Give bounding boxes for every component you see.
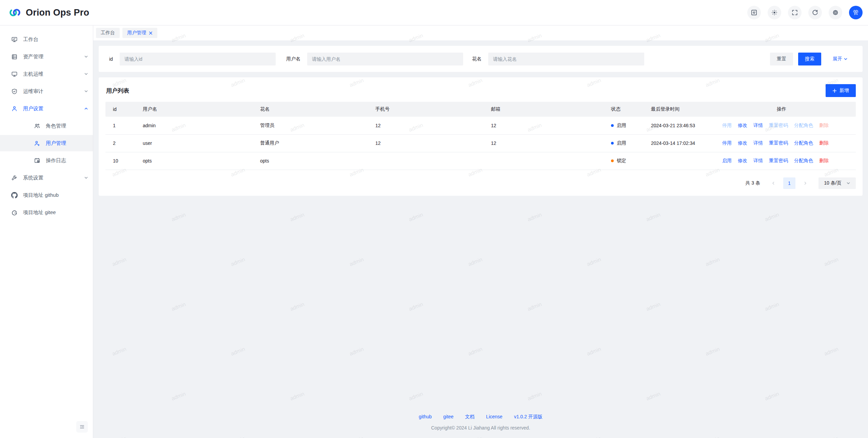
sidebar-item-label: 用户管理	[46, 140, 88, 147]
mobile-cell: 12	[368, 117, 484, 134]
action-link[interactable]: 分配角色	[794, 140, 813, 146]
next-page-button[interactable]	[800, 177, 810, 189]
tab-workbench[interactable]: 工作台	[96, 28, 120, 38]
sidebar-item-role-management[interactable]: 角色管理	[0, 118, 93, 134]
page-footer: github gitee 文档 License v1.0.2 开源版 Copyr…	[99, 414, 863, 433]
page-size-select[interactable]: 10 条/页	[818, 177, 856, 189]
sidebar-item-audit[interactable]: 运维审计	[0, 83, 93, 99]
expand-label: 展开	[833, 56, 842, 62]
search-field-username: 用户名	[286, 53, 463, 65]
footer-link-version[interactable]: v1.0.2 开源版	[514, 414, 542, 420]
actions-cell: 停用修改详情重置密码分配角色删除	[717, 117, 856, 134]
add-user-button[interactable]: 新增	[826, 84, 856, 97]
expand-toggle[interactable]: 展开	[833, 56, 848, 62]
footer-link-github[interactable]: github	[419, 414, 432, 420]
prev-page-button[interactable]	[768, 177, 778, 189]
sidebar-item-gitee[interactable]: 项目地址 gitee	[0, 204, 93, 221]
code-icon-button[interactable]	[747, 6, 761, 19]
id-input[interactable]	[120, 53, 276, 65]
sidebar-item-github[interactable]: 项目地址 github	[0, 187, 93, 203]
main-content: 工作台 用户管理 id 用户名	[93, 25, 868, 438]
fullscreen-button[interactable]	[788, 6, 802, 19]
app-logo[interactable]: Orion Ops Pro	[8, 6, 89, 19]
username-input[interactable]	[307, 53, 463, 65]
tab-user-management[interactable]: 用户管理	[122, 28, 157, 38]
column-header: id	[105, 102, 135, 117]
close-icon[interactable]	[149, 31, 153, 35]
workbench-monitor-icon	[11, 36, 18, 43]
footer-link-license[interactable]: License	[486, 414, 502, 420]
search-actions: 重置 搜索 展开	[770, 53, 848, 65]
id-cell: 1	[105, 117, 135, 134]
sidebar-item-label: 操作日志	[46, 157, 88, 164]
sidebar-item-label: 项目地址 gitee	[23, 209, 88, 216]
sidebar-item-user-settings[interactable]: 用户设置	[0, 100, 93, 117]
refresh-icon	[812, 9, 818, 16]
refresh-button[interactable]	[808, 6, 822, 19]
nickname-input[interactable]	[488, 53, 644, 65]
reset-button[interactable]: 重置	[770, 53, 793, 65]
action-link[interactable]: 详情	[753, 140, 763, 146]
action-link[interactable]: 删除	[819, 158, 829, 164]
action-link[interactable]: 修改	[738, 158, 747, 164]
nickname-cell: 普通用户	[253, 134, 368, 152]
user-avatar[interactable]: 管	[849, 6, 863, 19]
sidebar-item-assets[interactable]: 资产管理	[0, 49, 93, 65]
sidebar-item-user-management[interactable]: 用户管理	[0, 135, 93, 151]
card-header: 用户列表 新增	[105, 83, 856, 102]
action-link[interactable]: 分配角色	[794, 122, 813, 129]
logo-mark-icon	[8, 6, 22, 19]
footer-link-gitee[interactable]: gitee	[443, 414, 453, 420]
nickname-cell: opts	[253, 152, 368, 170]
column-header: 用户名	[135, 102, 253, 117]
app-root: Orion Ops Pro	[0, 0, 868, 438]
sidebar: 工作台 资产管理 主机运维	[0, 25, 93, 438]
footer-link-docs[interactable]: 文档	[465, 414, 475, 420]
field-label: 花名	[472, 56, 481, 62]
action-link[interactable]: 修改	[738, 122, 747, 129]
theme-toggle-button[interactable]	[768, 6, 781, 19]
status-dot	[611, 124, 614, 127]
user-list-card: 用户列表 新增 id用户名花名手机号邮箱状态	[99, 77, 863, 196]
status-label: 锁定	[617, 158, 626, 164]
action-link[interactable]: 重置密码	[769, 140, 788, 146]
username-cell: opts	[135, 152, 253, 170]
action-link[interactable]: 停用	[722, 122, 732, 129]
action-link[interactable]: 详情	[753, 158, 763, 164]
action-link[interactable]: 停用	[722, 140, 732, 146]
sidebar-item-label: 用户设置	[23, 106, 79, 112]
last-login-cell: 2024-03-14 17:02:34	[644, 134, 717, 152]
search-form-card: id 用户名 花名 重置 搜索 展开	[99, 46, 863, 72]
status-cell: 锁定	[604, 152, 644, 170]
main-layout: 工作台 资产管理 主机运维	[0, 25, 868, 438]
action-link[interactable]: 修改	[738, 140, 747, 146]
action-link[interactable]: 详情	[753, 122, 763, 129]
search-button[interactable]: 搜索	[798, 53, 821, 65]
action-link[interactable]: 删除	[819, 140, 829, 146]
action-link[interactable]: 重置密码	[769, 158, 788, 164]
sidebar-item-host-ops[interactable]: 主机运维	[0, 66, 93, 82]
menu-fold-icon	[79, 424, 85, 430]
code-icon	[751, 9, 757, 16]
table-row: 10optsopts锁定启用修改详情重置密码分配角色删除	[105, 152, 856, 170]
action-link[interactable]: 启用	[722, 158, 732, 164]
page-number-1[interactable]: 1	[783, 177, 795, 189]
column-header: 手机号	[368, 102, 484, 117]
email-cell	[484, 152, 604, 170]
chevron-down-icon	[846, 181, 850, 185]
user-table: id用户名花名手机号邮箱状态最后登录时间操作 1admin管理员1212启用20…	[105, 102, 856, 170]
last-login-cell	[644, 152, 717, 170]
sidebar-item-system-settings[interactable]: 系统设置	[0, 170, 93, 186]
settings-button[interactable]	[829, 6, 842, 19]
sidebar-collapse-button[interactable]	[76, 421, 88, 433]
sidebar-item-workbench[interactable]: 工作台	[0, 31, 93, 47]
action-link[interactable]: 重置密码	[769, 122, 788, 129]
status-label: 启用	[617, 122, 626, 129]
action-link[interactable]: 分配角色	[794, 158, 813, 164]
column-header: 操作	[717, 102, 856, 117]
sidebar-item-operation-log[interactable]: 操作日志	[0, 152, 93, 169]
mobile-cell: 12	[368, 134, 484, 152]
action-link[interactable]: 删除	[819, 122, 829, 129]
tab-label: 用户管理	[127, 30, 146, 36]
copyright-text: Copyright© 2024 Li Jiahang All rights re…	[99, 425, 863, 431]
